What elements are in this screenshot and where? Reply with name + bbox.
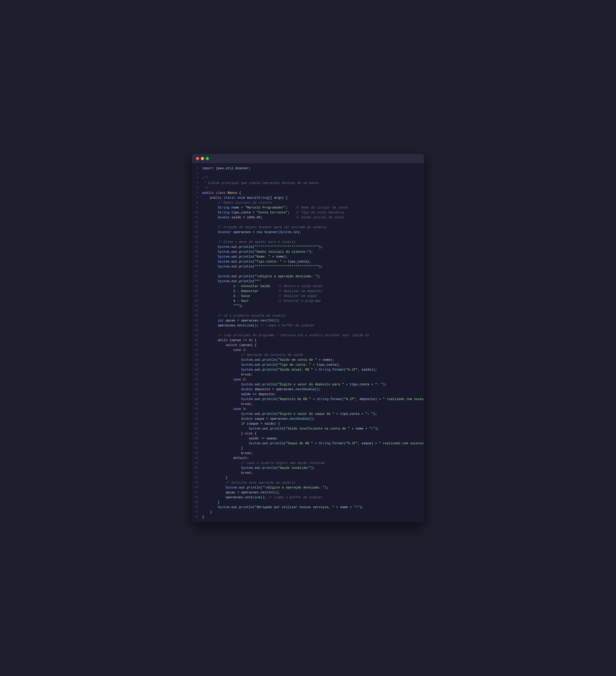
line-47: 47 saldo += deposito;	[192, 392, 424, 397]
line-2: 2	[192, 171, 424, 176]
code-editor-window: 1 import java.util.Scanner; 2 3 /** 4 * …	[192, 154, 424, 522]
line-30: 30	[192, 308, 424, 313]
line-69: 69 }	[192, 500, 424, 505]
line-21: 21 System.out.println("*****************…	[192, 264, 424, 269]
line-38: 38 case 1:	[192, 348, 424, 352]
line-19: 19 System.out.println("Nome: " + nome);	[192, 254, 424, 259]
line-14: 14 Scanner operacoes = new Scanner(Syste…	[192, 230, 424, 235]
line-10: 10 String tipo_conta = "Conta Corrente";…	[192, 210, 424, 215]
line-12: 12	[192, 220, 424, 225]
line-13: 13 // Criação do objeto Scanner para ler…	[192, 225, 424, 230]
line-29: 29 """);	[192, 303, 424, 308]
line-65: 65 // Solicita nova operação ao usuário	[192, 480, 424, 485]
line-63: 63 break;	[192, 470, 424, 475]
line-53: 53 if (saque > saldo) {	[192, 421, 424, 426]
line-3: 3 /**	[192, 176, 424, 181]
line-50: 50 case 3:	[192, 406, 424, 411]
line-64: 64 }	[192, 475, 424, 480]
line-56: 56 saldo -= saque;	[192, 436, 424, 441]
line-25: 25 1 - Consultar Saldo // Mostra o saldo…	[192, 284, 424, 289]
line-66: 66 System.out.println("\nDigite a operaç…	[192, 485, 424, 490]
line-20: 20 System.out.println("Tipo conta: " + t…	[192, 259, 424, 264]
line-67: 67 opcao = operacoes.nextInt();	[192, 490, 424, 495]
line-61: 61 // Caso o usuário digite uma opção in…	[192, 461, 424, 465]
line-33: 33 operacoes.nextLine(); // Limpa o buff…	[192, 323, 424, 328]
line-28: 28 4 - Sair // Encerrar o programa	[192, 298, 424, 303]
line-17: 17 System.out.println("*****************…	[192, 244, 424, 249]
line-9: 9 String nome = "Marcelo Programador"; /…	[192, 205, 424, 210]
line-23: 23 System.out.println("\nDigite a operaç…	[192, 274, 424, 279]
line-5: 5 */	[192, 185, 424, 190]
maximize-button[interactable]	[206, 157, 209, 160]
line-15: 15	[192, 235, 424, 239]
line-11: 11 double saldo = 1000.00; // Saldo inic…	[192, 215, 424, 220]
line-37: 37 switch (opcao) {	[192, 343, 424, 348]
line-24: 24 System.out.println("""	[192, 279, 424, 284]
line-26: 26 2 - Depositar // Realizar um depósito	[192, 289, 424, 294]
line-45: 45 System.out.println("Digite o valor do…	[192, 382, 424, 387]
line-8: 8 // Dados iniciais do cliente	[192, 200, 424, 205]
close-button[interactable]	[196, 157, 199, 160]
line-68: 68 operacoes.nextLine(); // Limpa o buff…	[192, 495, 424, 500]
line-22: 22	[192, 269, 424, 274]
line-18: 18 System.out.println("Dados iniciais do…	[192, 249, 424, 254]
line-72: 72 }	[192, 515, 424, 519]
code-area: 1 import java.util.Scanner; 2 3 /** 4 * …	[192, 163, 424, 522]
line-40: 40 System.out.println("Saldo em conta de…	[192, 357, 424, 362]
line-58: 58 }	[192, 446, 424, 451]
line-46: 46 double deposito = operacoes.nextDoubl…	[192, 387, 424, 392]
line-32: 32 int opcao = operacoes.nextInt();	[192, 318, 424, 323]
line-35: 35 // Loop principal do programa - conti…	[192, 333, 424, 338]
line-54: 54 System.out.println("Saldo insuficient…	[192, 426, 424, 431]
line-41: 41 System.out.println("Tipo de conta: " …	[192, 362, 424, 367]
line-48: 48 System.out.println("Depósito de R$ " …	[192, 397, 424, 402]
line-7: 7 public static void main(String[] args)…	[192, 195, 424, 200]
line-52: 52 double saque = operacoes.nextDouble()…	[192, 416, 424, 421]
line-6: 6 public class Banco {	[192, 190, 424, 195]
titlebar	[192, 154, 424, 163]
line-31: 31 // Lê a primeira escolha do usuário	[192, 313, 424, 318]
line-49: 49 break;	[192, 402, 424, 406]
line-36: 36 while (opcao != 4) {	[192, 338, 424, 343]
line-62: 62 System.out.println("Opção inválida!")…	[192, 465, 424, 470]
line-42: 42 System.out.println("Saldo atual: R$ "…	[192, 367, 424, 372]
line-43: 43 break;	[192, 372, 424, 377]
line-44: 44 case 2:	[192, 377, 424, 382]
minimize-button[interactable]	[201, 157, 204, 160]
line-55: 55 } else {	[192, 431, 424, 436]
line-60: 60 default:	[192, 456, 424, 461]
line-59: 59 break;	[192, 451, 424, 456]
line-57: 57 System.out.println("Saque de R$ " + S…	[192, 441, 424, 446]
line-1: 1 import java.util.Scanner;	[192, 166, 424, 171]
line-71: 71 }	[192, 510, 424, 515]
line-4: 4 * Classe principal que simula operaçõe…	[192, 181, 424, 185]
line-34: 34	[192, 328, 424, 333]
line-27: 27 3 - Sacar // Realizar um saque	[192, 294, 424, 298]
line-39: 39 // Operação de consulta de saldo	[192, 352, 424, 357]
line-51: 51 System.out.println("Digite o valor do…	[192, 411, 424, 416]
line-16: 16 // Exibe o menu de opções para o usuá…	[192, 239, 424, 244]
line-70: 70 System.out.println("Obrigado por util…	[192, 505, 424, 510]
